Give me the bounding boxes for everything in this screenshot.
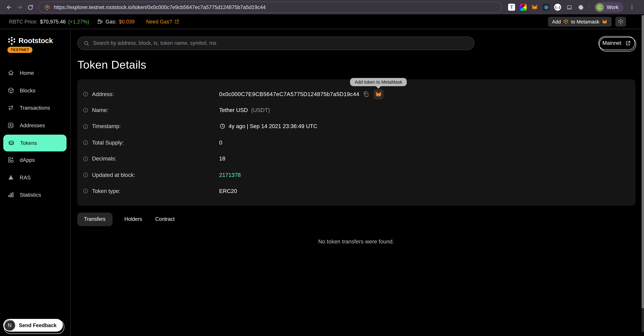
triangle-icon xyxy=(8,174,14,181)
tab-holders[interactable]: Holders xyxy=(123,212,143,226)
sidebar-item-addresses[interactable]: Addresses xyxy=(0,116,70,134)
address-label: Address: xyxy=(92,91,114,97)
search-icon xyxy=(83,40,90,46)
responsive-viewer-extension-icon[interactable] xyxy=(566,4,573,11)
token-type-label: Token type: xyxy=(92,188,120,194)
rbtc-price-value: $70,975.46 xyxy=(40,18,66,24)
info-icon[interactable] xyxy=(82,107,88,113)
info-icon[interactable] xyxy=(82,188,88,194)
external-link-icon xyxy=(174,19,180,24)
mainnet-switch-button[interactable]: Mainnet xyxy=(598,36,635,50)
sidebar-item-ras[interactable]: RAS xyxy=(0,169,70,186)
detail-row-address: Address: 0x0c000C7E9CB5647eC7A5775D12487… xyxy=(82,86,635,102)
scrollbar-track xyxy=(642,308,644,332)
metamask-tooltip: Add token to MetaMask xyxy=(350,78,407,86)
sidebar-nav: Home Blocks Transactions Addresses Token… xyxy=(0,64,70,204)
detail-row-decimals: Decimals: 18 xyxy=(82,151,635,167)
sidebar-item-label: Home xyxy=(20,70,34,76)
copy-icon xyxy=(362,91,369,97)
sidebar-item-label: Tokens xyxy=(20,140,37,146)
rootstock-logo-icon xyxy=(563,19,569,24)
name-label: Name: xyxy=(92,107,108,113)
to-metamask-label: to Metamask xyxy=(571,18,599,24)
tab-contract[interactable]: Contract xyxy=(154,212,176,226)
main-content: Mainnet Token Details Address: 0x0c000C7… xyxy=(70,29,644,336)
mainnet-label: Mainnet xyxy=(602,40,621,46)
detail-row-token-type: Token type: ERC20 xyxy=(82,183,635,199)
sidebar-item-tokens[interactable]: Tokens xyxy=(3,134,66,151)
total-supply-label: Total Supply: xyxy=(92,139,124,146)
page-title: Token Details xyxy=(77,58,146,71)
apps-grid-icon xyxy=(8,156,14,163)
info-icon[interactable] xyxy=(82,140,88,146)
search-input[interactable] xyxy=(93,40,468,46)
updated-at-block-link[interactable]: 2171378 xyxy=(219,172,241,178)
bar-chart-icon xyxy=(8,191,14,198)
gas-pump-icon xyxy=(97,18,103,25)
add-token-to-metamask-button[interactable]: Add token to MetaMask xyxy=(373,89,384,99)
back-arrow-icon xyxy=(6,4,12,10)
sidebar-item-blocks[interactable]: Blocks xyxy=(0,82,70,99)
info-icon[interactable] xyxy=(82,91,88,97)
copy-address-button[interactable] xyxy=(362,90,370,98)
site-favicon-rootstock-icon xyxy=(44,4,50,10)
toolbar-divider xyxy=(589,4,589,11)
sidebar-item-home[interactable]: Home xyxy=(0,64,70,82)
laptop-icon xyxy=(566,4,572,10)
text-tool-extension-icon[interactable]: T xyxy=(508,4,515,11)
scrollbar-thumb[interactable] xyxy=(642,15,644,308)
rbtc-price-change: (+1.27%) xyxy=(68,18,89,24)
react-devtools-extension-icon[interactable] xyxy=(543,4,550,11)
metamask-extension-icon[interactable] xyxy=(531,4,538,11)
price-group: RBTC Price: $70,975.46 (+1.27%) Gas: $0.… xyxy=(9,18,180,25)
color-picker-extension-icon[interactable] xyxy=(520,4,527,11)
metamask-fox-icon xyxy=(602,18,608,24)
info-icon[interactable] xyxy=(82,156,88,162)
info-icon[interactable] xyxy=(82,172,88,178)
sidebar-item-label: Blocks xyxy=(20,87,36,94)
sidebar-item-label: Transactions xyxy=(20,105,50,111)
atom-icon xyxy=(543,4,549,10)
rootstock-logo-gray-icon xyxy=(618,18,624,24)
token-address: 0x0c000C7E9CB5647eC7A5775D124875b7a5D19c… xyxy=(219,91,360,97)
browser-menu-button[interactable] xyxy=(627,2,638,12)
empty-transfers-message: No token transfers were found. xyxy=(77,238,635,245)
search-bar[interactable] xyxy=(77,36,474,50)
decimals-value: 18 xyxy=(219,156,225,162)
clock-icon xyxy=(219,123,225,130)
browser-forward-button[interactable] xyxy=(14,2,25,12)
browser-refresh-button[interactable] xyxy=(25,2,36,12)
testnet-badge: TESTNET xyxy=(8,47,32,53)
contact-card-icon xyxy=(8,122,14,129)
cube-icon xyxy=(8,87,14,94)
send-feedback-button[interactable]: N Send Feedback xyxy=(3,319,63,332)
brand-block[interactable]: Rootstock TESTNET xyxy=(0,29,70,53)
external-link-icon xyxy=(625,40,631,46)
sidebar-item-statistics[interactable]: Statistics xyxy=(0,186,70,204)
home-icon xyxy=(8,69,14,76)
updated-at-block-label: Updated at block: xyxy=(92,172,135,178)
browser-profile-button[interactable]: C Work xyxy=(594,2,624,12)
address-bar[interactable]: https://explorer.testnet.rootstock.io/to… xyxy=(38,2,502,13)
token-type-value: ERC20 xyxy=(219,188,237,194)
browser-window: https://explorer.testnet.rootstock.io/to… xyxy=(0,0,644,336)
rootstock-settings-button[interactable] xyxy=(615,16,626,26)
json-viewer-extension-icon[interactable]: {…} xyxy=(554,4,561,11)
token-symbol: (USDT) xyxy=(251,107,270,113)
sidebar-item-transactions[interactable]: Transactions xyxy=(0,99,70,116)
puzzle-icon xyxy=(578,4,584,10)
need-gas-link[interactable]: Need Gas? xyxy=(146,18,180,24)
extensions-menu-icon[interactable] xyxy=(577,4,584,11)
tab-transfers[interactable]: Transfers xyxy=(77,212,112,226)
add-rbtc-to-metamask-button[interactable]: Add to Metamask xyxy=(548,16,612,26)
token-name: Tether USD xyxy=(219,107,248,113)
browser-toolbar: https://explorer.testnet.rootstock.io/to… xyxy=(0,0,644,14)
detail-row-timestamp: Timestamp: 4y ago | Sep 14 2021 23:36:49… xyxy=(82,118,635,134)
detail-row-name: Name: Tether USD (USDT) xyxy=(82,102,635,118)
sidebar-item-dapps[interactable]: dApps xyxy=(0,151,70,169)
timestamp-label: Timestamp: xyxy=(92,123,121,130)
sidebar-item-label: Statistics xyxy=(20,192,41,198)
coin-icon xyxy=(8,139,15,146)
info-icon[interactable] xyxy=(82,123,88,129)
browser-back-button[interactable] xyxy=(4,2,14,12)
